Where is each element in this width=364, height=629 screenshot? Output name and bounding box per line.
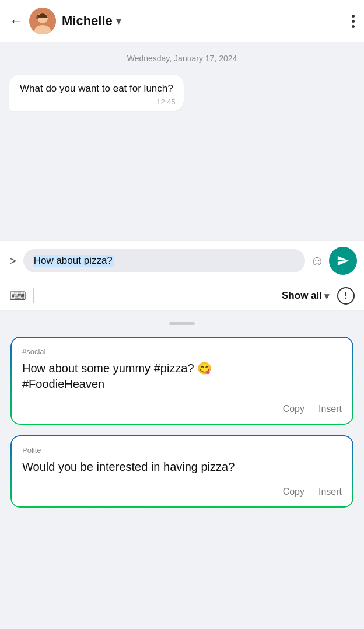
suggestion-card-1: Polite Would you be interested in having… bbox=[9, 434, 355, 509]
card-0-text: How about some yummy #pizza? 😋#FoodieHea… bbox=[22, 361, 342, 392]
info-button[interactable]: ! bbox=[337, 287, 355, 305]
more-options-button[interactable] bbox=[352, 15, 355, 28]
card-0-actions: Copy Insert bbox=[22, 401, 342, 417]
toolbar-divider bbox=[33, 288, 34, 303]
date-label: Wednesday, January 17, 2024 bbox=[9, 54, 355, 63]
send-icon bbox=[337, 254, 349, 267]
keyboard-icon[interactable]: ⌨ bbox=[9, 289, 26, 303]
message-text: What do you want to eat for lunch? bbox=[20, 83, 173, 94]
card-1-tag: Polite bbox=[22, 446, 342, 455]
card-0-tag: #social bbox=[22, 347, 342, 356]
card-1-text: Would you be interested in having pizza? bbox=[22, 459, 342, 475]
avatar bbox=[29, 8, 56, 34]
emoji-button[interactable]: ☺ bbox=[310, 253, 324, 269]
suggestions-toolbar: ⌨ Show all ▾ ! bbox=[0, 281, 364, 311]
drag-handle-area bbox=[0, 311, 364, 330]
dot2 bbox=[352, 20, 355, 23]
card-0-insert-button[interactable]: Insert bbox=[318, 401, 342, 417]
chat-header: ← Michelle ▾ bbox=[0, 0, 364, 42]
card-1-insert-button[interactable]: Insert bbox=[318, 484, 342, 499]
message-row-received: What do you want to eat for lunch? 12:45 bbox=[9, 75, 355, 111]
expand-input-button[interactable]: > bbox=[7, 252, 19, 270]
message-input-wrapper: How about pizza? bbox=[23, 249, 306, 272]
header-name-row: Michelle ▾ bbox=[62, 13, 352, 29]
dot1 bbox=[352, 15, 355, 18]
suggestion-card-0: #social How about some yummy #pizza? 😋#F… bbox=[9, 336, 355, 426]
card-0-copy-button[interactable]: Copy bbox=[283, 401, 304, 417]
message-input[interactable]: How about pizza? bbox=[33, 255, 114, 267]
message-bubble-received: What do you want to eat for lunch? 12:45 bbox=[9, 75, 184, 111]
info-icon: ! bbox=[344, 291, 347, 301]
back-button[interactable]: ← bbox=[9, 14, 23, 28]
card-1-copy-button[interactable]: Copy bbox=[283, 484, 304, 499]
send-button[interactable] bbox=[329, 247, 357, 275]
chat-area: Wednesday, January 17, 2024 What do you … bbox=[0, 42, 364, 240]
drag-pill bbox=[169, 322, 195, 325]
input-bar: > How about pizza? ☺ bbox=[0, 240, 364, 281]
suggestions-list: #social How about some yummy #pizza? 😋#F… bbox=[0, 330, 364, 520]
contact-name: Michelle bbox=[62, 13, 113, 29]
show-all-label: Show all bbox=[282, 290, 322, 302]
show-all-button[interactable]: Show all ▾ bbox=[282, 290, 329, 302]
message-time: 12:45 bbox=[156, 97, 176, 106]
dot3 bbox=[352, 25, 355, 28]
name-dropdown-icon[interactable]: ▾ bbox=[116, 15, 121, 27]
card-1-actions: Copy Insert bbox=[22, 484, 342, 499]
show-all-chevron-icon: ▾ bbox=[324, 291, 329, 302]
